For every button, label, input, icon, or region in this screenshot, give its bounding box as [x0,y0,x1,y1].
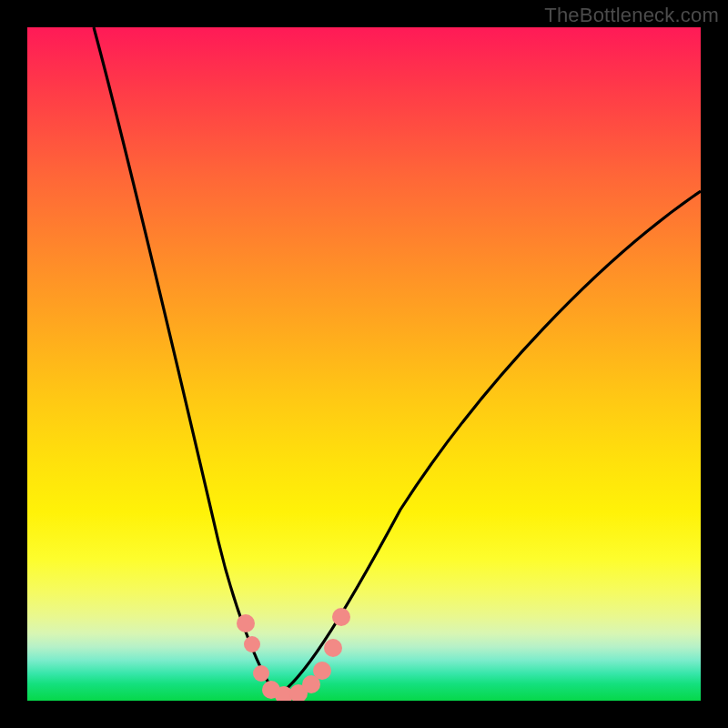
marker [313,662,331,680]
marker [332,608,350,626]
marker [324,639,342,657]
marker [237,614,255,632]
plot-area [27,27,701,701]
marker [253,665,269,682]
outer-frame: TheBottleneck.com [0,0,728,728]
watermark-text: TheBottleneck.com [544,4,719,27]
marker [244,636,260,652]
left-branch-curve [94,27,277,696]
chart-svg [27,27,701,701]
